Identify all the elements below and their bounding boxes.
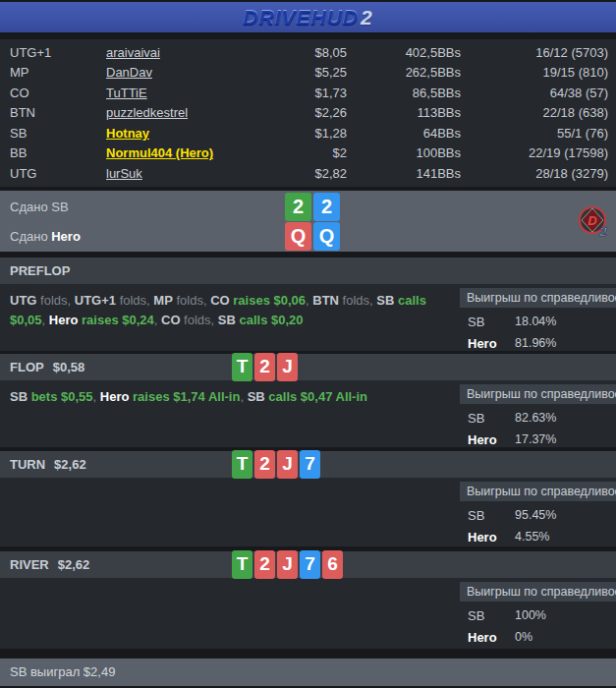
- equity-rows: SB 100% Hero 0%: [460, 602, 616, 645]
- equity-panel-title: Выигрыш по справедливости: [460, 482, 616, 501]
- dealt-row: Сдано SB 22: [0, 193, 616, 221]
- dealt-label: Сдано Hero: [0, 229, 285, 244]
- card-Q-red: Q: [285, 222, 311, 251]
- hole-cards: QQ: [285, 222, 340, 251]
- street-name: PREFLOP: [10, 263, 70, 278]
- action-token-actor: SB: [248, 389, 265, 404]
- dealt-rows: Сдано SB 22 Сдано Hero QQ: [0, 193, 616, 251]
- action-token-sep: ,: [211, 313, 218, 327]
- player-name-link[interactable]: puzzledkestrel: [106, 105, 188, 120]
- result-bar: SB выиграл $2,49: [0, 659, 616, 686]
- result-text: SB выиграл $2,49: [10, 664, 115, 679]
- logo-suffix: 2: [361, 6, 373, 29]
- player-name-link[interactable]: araivaivai: [106, 45, 160, 60]
- card-J-red: J: [277, 450, 298, 479]
- action-token-actor: CO: [161, 313, 181, 327]
- player-position: SB: [10, 126, 106, 141]
- board-cards: T2J76: [232, 550, 343, 579]
- action-token-actor: MP: [153, 293, 173, 308]
- equity-row: SB 95.45%: [460, 501, 616, 523]
- equity-panel-title: Выигрыш по справедливости: [460, 288, 616, 308]
- equity-panel: Выигрыш по справедливости SB 18.04% Hero…: [460, 288, 616, 351]
- action-token-sep: ,: [93, 389, 100, 404]
- player-name-link[interactable]: Hotnay: [106, 126, 149, 141]
- card-T-green: T: [232, 550, 252, 579]
- card-J-red: J: [277, 550, 298, 579]
- equity-panel: Выигрыш по справедливости SB 82.63% Hero…: [460, 384, 616, 447]
- player-name-link[interactable]: TuTTiE: [106, 86, 147, 100]
- card-J-red: J: [277, 353, 298, 381]
- player-row: SB Hotnay $1,28 64BBs 55/1 (76): [0, 123, 616, 143]
- card-2-red: 2: [254, 353, 275, 381]
- player-name-link[interactable]: Normul404 (Hero): [106, 145, 213, 160]
- card-T-green: T: [232, 353, 252, 381]
- player-name-link[interactable]: lurSuk: [106, 166, 142, 181]
- player-stack: $2,26: [270, 105, 347, 120]
- equity-row: Hero 81.96%: [460, 329, 616, 351]
- street-actions: SB bets $0,55, Hero raises $1,74 All-in,…: [0, 380, 460, 447]
- player-stack: $5,25: [270, 65, 347, 80]
- action-token-actor: SB: [218, 313, 236, 327]
- street-body: Выигрыш по справедливости SB 100% Hero 0…: [0, 578, 616, 649]
- action-token-sep: ,: [154, 313, 161, 327]
- card-2-red: 2: [254, 450, 275, 479]
- equity-panel-title: Выигрыш по справедливости: [460, 384, 616, 404]
- board-cards: T2J7: [232, 450, 320, 479]
- equity-player: SB: [468, 608, 515, 623]
- action-token-fold: folds: [339, 293, 369, 308]
- drivehud-replayer-badge-icon: D 2: [577, 204, 610, 238]
- player-position: BB: [10, 145, 106, 160]
- card-Q-blue: Q: [313, 222, 340, 251]
- street-name: TURN: [10, 457, 45, 472]
- equity-player: Hero: [468, 336, 515, 351]
- player-stack-bbs: 141BBs: [347, 166, 461, 181]
- card-T-green: T: [232, 450, 252, 479]
- action-token-sep: ,: [240, 389, 247, 404]
- street-name: FLOP: [10, 360, 44, 374]
- action-token-hero: Hero: [100, 389, 130, 404]
- street-pot: $2,62: [54, 457, 86, 472]
- svg-text:2: 2: [598, 224, 607, 238]
- street-header-bar: PREFLOP: [0, 258, 616, 284]
- action-token-sep: ,: [68, 293, 75, 308]
- equity-player: SB: [468, 411, 515, 426]
- action-token-bet: raises $0,24: [78, 313, 153, 327]
- player-position: CO: [10, 86, 106, 100]
- equity-value: 18.04%: [515, 315, 556, 329]
- action-token-actor: SB: [10, 389, 28, 404]
- player-position: UTG: [10, 166, 106, 181]
- player-stats: 22/18 (638): [461, 105, 608, 120]
- player-stack-bbs: 64BBs: [347, 126, 461, 141]
- equity-player: SB: [468, 315, 515, 329]
- action-token-actor: BTN: [312, 293, 339, 308]
- equity-value: 0%: [515, 630, 532, 645]
- player-name-link[interactable]: DanDav: [106, 65, 152, 80]
- street-section: TURN $2,62 T2J7 Выигрыш по справедливост…: [0, 451, 616, 546]
- street-name: RIVER: [10, 557, 49, 572]
- equity-row: SB 82.63%: [460, 404, 616, 426]
- card-2-green: 2: [285, 193, 311, 221]
- player-stats: 55/1 (76): [461, 126, 608, 141]
- hand-replayer-icon[interactable]: D 2: [577, 204, 610, 238]
- street-header-bar: RIVER $2,62 T2J76: [0, 551, 616, 578]
- action-token-bet: bets $0,55: [28, 389, 93, 404]
- equity-panel-title: Выигрыш по справедливости: [460, 582, 616, 602]
- equity-value: 82.63%: [515, 411, 556, 426]
- dealt-label: Сдано SB: [0, 200, 285, 214]
- player-row: BTN puzzledkestrel $2,26 113BBs 22/18 (6…: [0, 103, 616, 124]
- player-stats: 22/19 (17598): [461, 145, 608, 160]
- equity-player: Hero: [468, 630, 515, 645]
- action-token-actor: CO: [210, 293, 230, 308]
- equity-value: 81.96%: [515, 336, 556, 351]
- street-pot: $2,62: [58, 557, 90, 572]
- player-row: UTG+1 araivaivai $8,05 402,5BBs 16/12 (5…: [0, 42, 616, 63]
- player-row: UTG lurSuk $2,82 141BBs 28/18 (3279): [0, 163, 616, 184]
- street-body: Выигрыш по справедливости SB 95.45% Hero…: [0, 478, 616, 546]
- action-token-hero: Hero: [49, 313, 79, 327]
- players-table: UTG+1 araivaivai $8,05 402,5BBs 16/12 (5…: [0, 39, 616, 187]
- dealt-row: Сдано Hero QQ: [0, 222, 616, 251]
- street-header-bar: TURN $2,62 T2J7: [0, 451, 616, 478]
- player-stack: $2,82: [270, 166, 347, 181]
- card-6-red: 6: [322, 550, 343, 579]
- hole-cards: 22: [285, 193, 340, 221]
